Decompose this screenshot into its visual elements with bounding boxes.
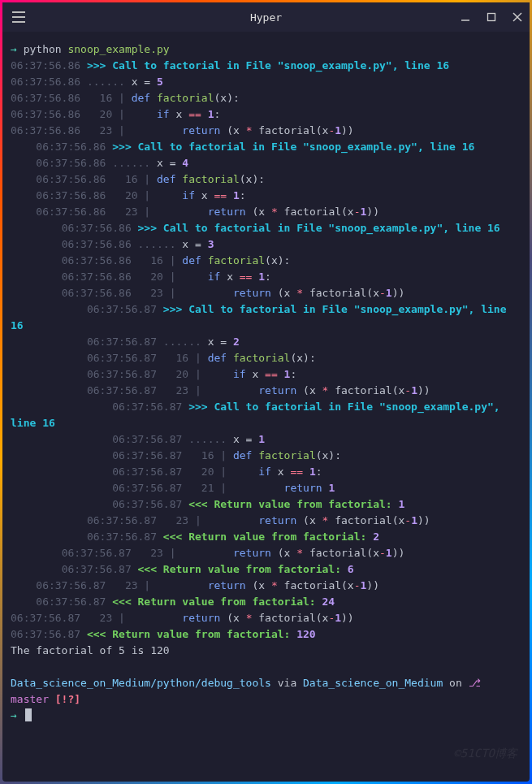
cursor <box>25 708 32 721</box>
hamburger-menu-icon[interactable] <box>9 7 28 27</box>
minimize-button[interactable] <box>460 11 471 23</box>
terminal-output[interactable]: → python snoop_example.py06:37:56.86 >>>… <box>2 32 530 782</box>
svg-rect-1 <box>488 14 495 21</box>
terminal-window: Hyper → python snoop_example.py06:37:56.… <box>2 2 530 782</box>
close-button[interactable] <box>512 11 523 23</box>
window-title: Hyper <box>2 11 530 24</box>
window-controls <box>460 11 523 23</box>
maximize-button[interactable] <box>486 11 497 23</box>
titlebar: Hyper <box>2 2 530 32</box>
